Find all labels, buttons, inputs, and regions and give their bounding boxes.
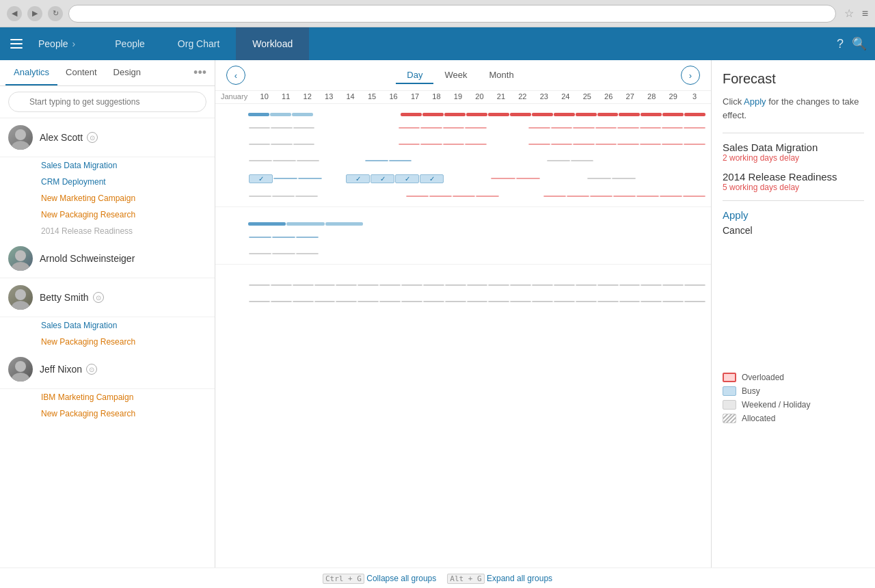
breadcrumb-root[interactable]: People bbox=[38, 38, 68, 49]
legend-weekend: Weekend / Holiday bbox=[723, 400, 864, 410]
date-19: 19 bbox=[447, 92, 468, 101]
person-info-icon-betty[interactable]: ⊙ bbox=[93, 292, 104, 303]
tab-content[interactable]: Content bbox=[57, 60, 105, 85]
calendar-prev-button[interactable]: ‹ bbox=[226, 66, 245, 85]
back-button[interactable]: ◀ bbox=[7, 6, 22, 21]
grid-area: ✓ ✓ ✓ ✓ ✓ bbox=[215, 104, 711, 567]
more-tabs-button[interactable]: ••• bbox=[191, 66, 209, 80]
legend-overloaded-label: Overloaded bbox=[742, 373, 784, 382]
task-sales-migration-alex[interactable]: Sales Data Migration bbox=[0, 157, 215, 174]
svg-point-10 bbox=[12, 373, 29, 382]
person-jeff-nixon[interactable]: Jeff Nixon ⊙ bbox=[0, 350, 215, 389]
person-betty-smith[interactable]: Betty Smith ⊙ bbox=[0, 278, 215, 317]
bottom-shortcut2: Alt + G Expand all groups bbox=[447, 574, 552, 583]
date-12: 12 bbox=[297, 92, 318, 101]
forecast-divider-2 bbox=[723, 200, 864, 201]
search-icon[interactable]: 🔍 bbox=[852, 36, 867, 51]
browser-menu-icon[interactable]: ≡ bbox=[862, 8, 868, 20]
bottom-shortcut1: Ctrl + G Collapse all groups bbox=[323, 574, 436, 583]
date-20: 20 bbox=[469, 92, 490, 101]
people-search-input[interactable] bbox=[8, 92, 206, 112]
left-panel: Analytics Content Design ••• bbox=[0, 60, 215, 567]
date-25: 25 bbox=[576, 92, 597, 101]
legend-weekend-box bbox=[723, 400, 736, 410]
month-label: January bbox=[221, 92, 248, 101]
legend-overloaded: Overloaded bbox=[723, 373, 864, 382]
date-21: 21 bbox=[490, 92, 511, 101]
forward-button[interactable]: ▶ bbox=[27, 6, 42, 21]
date-3: 3 bbox=[684, 92, 705, 101]
bookmark-icon[interactable]: ☆ bbox=[844, 7, 854, 20]
forecast-sales-delay: 2 working days delay bbox=[723, 153, 864, 163]
forecast-description: Click Apply for the changes to take effe… bbox=[723, 95, 864, 122]
refresh-button[interactable]: ↻ bbox=[48, 6, 63, 21]
forecast-divider bbox=[723, 133, 864, 133]
hamburger-menu-button[interactable] bbox=[0, 27, 33, 60]
tab-design[interactable]: Design bbox=[105, 60, 149, 85]
task-new-packaging-alex[interactable]: New Packaging Research bbox=[0, 206, 215, 223]
date-11: 11 bbox=[275, 92, 296, 101]
date-28: 28 bbox=[641, 92, 662, 101]
task-new-packaging-jeff[interactable]: New Packaging Research bbox=[0, 405, 215, 422]
legend-weekend-label: Weekend / Holiday bbox=[742, 400, 811, 410]
address-bar[interactable] bbox=[68, 5, 836, 23]
task-ibm-marketing-jeff[interactable]: IBM Marketing Campaign bbox=[0, 389, 215, 405]
nav-people[interactable]: People bbox=[98, 27, 161, 60]
task-crm-deployment-alex[interactable]: CRM Deployment bbox=[0, 174, 215, 190]
help-icon[interactable]: ? bbox=[837, 37, 844, 51]
forecast-item-sales: Sales Data Migration 2 working days dela… bbox=[723, 142, 864, 163]
svg-rect-0 bbox=[10, 39, 23, 40]
date-29: 29 bbox=[662, 92, 684, 101]
person-info-icon-jeff[interactable]: ⊙ bbox=[86, 364, 97, 375]
svg-point-4 bbox=[12, 141, 29, 150]
cancel-button[interactable]: Cancel bbox=[723, 225, 864, 236]
date-17: 17 bbox=[404, 92, 425, 101]
view-month-button[interactable]: Month bbox=[478, 67, 524, 84]
svg-point-6 bbox=[12, 262, 29, 271]
keyboard-shortcut-alt-g: Alt + G bbox=[447, 574, 484, 584]
search-box bbox=[0, 86, 215, 118]
date-13: 13 bbox=[318, 92, 339, 101]
date-24: 24 bbox=[555, 92, 576, 101]
forecast-2014-delay: 5 working days delay bbox=[723, 183, 864, 192]
person-name-alex: Alex Scott ⊙ bbox=[40, 132, 98, 143]
date-22: 22 bbox=[512, 92, 533, 101]
nav-workload[interactable]: Workload bbox=[236, 27, 309, 60]
expand-all-link[interactable]: Expand all groups bbox=[487, 574, 552, 583]
tab-analytics[interactable]: Analytics bbox=[5, 60, 57, 85]
view-day-button[interactable]: Day bbox=[396, 67, 433, 84]
task-sales-migration-betty[interactable]: Sales Data Migration bbox=[0, 317, 215, 334]
collapse-all-link[interactable]: Collapse all groups bbox=[366, 574, 436, 583]
legend-allocated: Allocated bbox=[723, 414, 864, 423]
person-info-icon[interactable]: ⊙ bbox=[87, 132, 98, 143]
person-alex-scott[interactable]: Alex Scott ⊙ bbox=[0, 118, 215, 157]
browser-bar: ◀ ▶ ↻ ☆ ≡ bbox=[0, 0, 875, 27]
person-arnold[interactable]: Arnold Schweinsteiger bbox=[0, 239, 215, 278]
header-nav: People Org Chart Workload bbox=[98, 27, 309, 60]
left-tabs: Analytics Content Design ••• bbox=[0, 60, 215, 86]
avatar-alex bbox=[8, 125, 33, 150]
breadcrumb: People › bbox=[33, 27, 85, 60]
view-week-button[interactable]: Week bbox=[433, 67, 478, 84]
svg-point-3 bbox=[15, 129, 26, 140]
task-new-marketing-alex[interactable]: New Marketing Campaign bbox=[0, 190, 215, 206]
task-new-packaging-betty[interactable]: New Packaging Research bbox=[0, 334, 215, 350]
avatar-arnold bbox=[8, 246, 33, 271]
date-26: 26 bbox=[598, 92, 619, 101]
svg-point-8 bbox=[12, 301, 29, 310]
dates-row: January 10 11 12 13 14 15 16 17 18 19 20… bbox=[215, 91, 711, 104]
center-panel: ‹ Day Week Month › January 10 11 12 13 1… bbox=[215, 60, 711, 567]
calendar-next-button[interactable]: › bbox=[681, 66, 700, 85]
person-name-betty: Betty Smith ⊙ bbox=[40, 292, 104, 303]
date-15: 15 bbox=[361, 92, 382, 101]
nav-org-chart[interactable]: Org Chart bbox=[161, 27, 236, 60]
date-27: 27 bbox=[619, 92, 641, 101]
apply-button[interactable]: Apply bbox=[723, 209, 864, 221]
person-name-arnold: Arnold Schweinsteiger bbox=[40, 253, 135, 264]
svg-rect-2 bbox=[10, 47, 23, 49]
date-16: 16 bbox=[383, 92, 404, 101]
right-panel: Forecast Click Apply for the changes to … bbox=[711, 60, 875, 567]
date-23: 23 bbox=[533, 92, 554, 101]
avatar-jeff bbox=[8, 357, 33, 382]
task-2014-release-alex[interactable]: 2014 Release Readiness bbox=[0, 223, 215, 239]
